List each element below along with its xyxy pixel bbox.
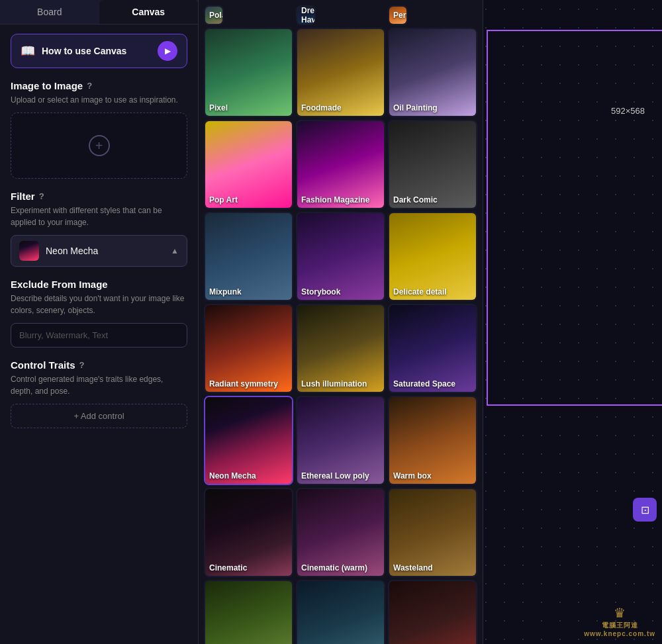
filter-item-label-ethereallowpoly: Ethereal Low poly <box>301 471 369 481</box>
filter-dropdown[interactable]: Neon Mecha ▲ <box>11 235 187 267</box>
filter-item-radiantsymmetry[interactable]: Radiant symmetry <box>204 304 293 393</box>
filter-item-label-delicatedetail: Delicate detail <box>393 287 447 297</box>
filter-item-dreamhaven[interactable]: Dream Haven <box>296 5 316 25</box>
control-traits-help-icon[interactable]: ? <box>79 360 85 370</box>
watermark-crown-icon: ♛ <box>614 605 626 621</box>
filter-item-label-fashionmagazine: Fashion Magazine <box>301 195 369 205</box>
filter-item-ethereallowpoly[interactable]: Ethereal Low poly <box>296 396 385 485</box>
sidebar-content: 📖 How to use Canvas ▶ Image to Image ? U… <box>0 24 198 449</box>
dimension-label: 592×568 <box>607 105 649 117</box>
filter-help-icon[interactable]: ? <box>39 191 44 201</box>
image-to-image-desc: Upload or select an image to use as insp… <box>11 94 187 106</box>
control-traits-desc: Control generated image's traits like ed… <box>11 373 187 397</box>
filter-item-label-darkcomic: Dark Comic <box>393 195 438 205</box>
upload-plus-icon: + <box>89 135 110 156</box>
filter-desc: Experiment with different styles that ca… <box>11 205 187 228</box>
control-traits-section: Control Traits ? Control generated image… <box>11 359 187 428</box>
filter-item-label-cinematicwarm: Cinematic (warm) <box>301 563 367 573</box>
filter-item-label-storybook: Storybook <box>301 287 340 297</box>
control-traits-title: Control Traits ? <box>11 359 187 371</box>
filter-item-label-cinematic: Cinematic <box>209 563 247 573</box>
sidebar: Board Canvas 📖 How to use Canvas ▶ Image… <box>0 0 199 644</box>
filter-item-polaroid[interactable]: Polaroid <box>204 5 224 25</box>
filter-item-lushillumination[interactable]: Lush illumination <box>296 304 385 393</box>
how-to-canvas-button[interactable]: 📖 How to use Canvas ▶ <box>11 34 187 68</box>
book-icon: 📖 <box>21 44 35 58</box>
filter-item-label-polaroid: Polaroid <box>209 11 224 20</box>
filter-item-cinematic[interactable]: Cinematic <box>204 488 293 577</box>
filter-grid-panel: PolaroidDream HavenPerfumePixelFoodmadeO… <box>199 0 483 644</box>
tab-bar: Board Canvas <box>0 0 198 24</box>
filter-item-cinematicwarm[interactable]: Cinematic (warm) <box>296 488 385 577</box>
filter-item-fashionmagazine[interactable]: Fashion Magazine <box>296 120 385 209</box>
play-button[interactable]: ▶ <box>158 41 177 61</box>
filter-item-label-popart: Pop Art <box>209 195 238 205</box>
tab-canvas[interactable]: Canvas <box>99 0 199 24</box>
exclude-desc: Describe details you don't want in your … <box>11 293 187 316</box>
exclude-section: Exclude From Image Describe details you … <box>11 279 187 347</box>
filter-item-popart[interactable]: Pop Art <box>204 120 293 209</box>
filter-item-darkcomic[interactable]: Dark Comic <box>388 120 477 209</box>
panel-toggle-button[interactable]: ⊡ <box>633 498 657 522</box>
filter-title: Filter ? <box>11 191 187 202</box>
filter-item-ominousescape[interactable]: Ominous escape <box>296 580 385 644</box>
exclude-title: Exclude From Image <box>11 279 187 290</box>
filter-thumb <box>19 241 39 261</box>
chevron-up-icon: ▲ <box>171 246 179 255</box>
filter-item-label-foodmade: Foodmade <box>301 103 342 113</box>
filter-item-label-lushillumination: Lush illumination <box>301 379 367 389</box>
selection-box <box>487 30 662 406</box>
filter-item-neonmecha[interactable]: Neon Mecha <box>204 396 293 485</box>
filter-item-foodmade[interactable]: Foodmade <box>296 28 385 117</box>
filter-item-pixel[interactable]: Pixel <box>204 28 293 117</box>
filter-selected-name: Neon Mecha <box>46 246 164 256</box>
add-control-button[interactable]: + Add control <box>11 404 187 428</box>
filter-item-oilpainting[interactable]: Oil Painting <box>388 28 477 117</box>
filter-item-label-saturatedspace: Saturated Space <box>393 379 455 389</box>
tab-board[interactable]: Board <box>0 0 99 24</box>
filter-item-saturatedspace[interactable]: Saturated Space <box>388 304 477 393</box>
how-to-label: How to use Canvas <box>42 46 126 56</box>
filter-item-label-perfume: Perfume <box>393 11 408 20</box>
panel-toggle-icon: ⊡ <box>641 504 649 516</box>
filter-section: Filter ? Experiment with different style… <box>11 191 187 267</box>
filter-item-label-dreamhaven: Dream Haven <box>301 6 316 25</box>
canvas-background[interactable]: PolaroidDream HavenPerfumePixelFoodmadeO… <box>199 0 662 644</box>
filter-item-warmbox[interactable]: Warm box <box>388 396 477 485</box>
filter-item-flatpalette[interactable]: Flat palette <box>204 580 293 644</box>
filter-item-delicatedetail[interactable]: Delicate detail <box>388 212 477 301</box>
image-to-image-help-icon[interactable]: ? <box>87 81 92 91</box>
filter-item-spielberg[interactable]: Spielberg <box>388 580 477 644</box>
filter-item-label-radiantsymmetry: Radiant symmetry <box>209 379 278 389</box>
filter-item-label-mixpunk: Mixpunk <box>209 287 242 297</box>
filter-item-label-warmbox: Warm box <box>393 471 432 481</box>
filter-item-label-neonmecha: Neon Mecha <box>209 471 256 481</box>
watermark-text: 電腦王阿達 <box>602 621 638 630</box>
image-to-image-title: Image to Image ? <box>11 80 187 91</box>
image-upload-area[interactable]: + <box>11 113 187 179</box>
filter-item-mixpunk[interactable]: Mixpunk <box>204 212 293 301</box>
watermark-url: www.knepc.com.tw <box>584 630 655 637</box>
filter-grid: PolaroidDream HavenPerfumePixelFoodmadeO… <box>204 5 477 644</box>
filter-item-label-wasteland: Wasteland <box>393 563 433 573</box>
filter-item-wasteland[interactable]: Wasteland <box>388 488 477 577</box>
filter-item-label-pixel: Pixel <box>209 103 228 113</box>
exclude-input[interactable] <box>11 323 187 347</box>
filter-item-label-oilpainting: Oil Painting <box>393 103 438 113</box>
filter-item-storybook[interactable]: Storybook <box>296 212 385 301</box>
filter-item-perfume[interactable]: Perfume <box>388 5 408 25</box>
watermark: ♛ 電腦王阿達 www.knepc.com.tw <box>584 605 655 637</box>
main-canvas-area: PolaroidDream HavenPerfumePixelFoodmadeO… <box>199 0 662 644</box>
